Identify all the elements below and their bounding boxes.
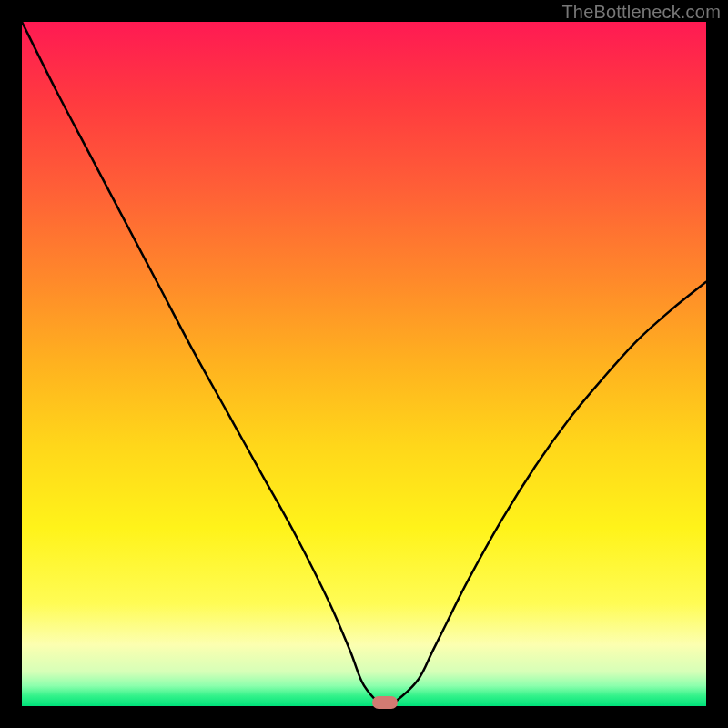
chart-frame: TheBottleneck.com [0,0,728,728]
curve-path [22,22,706,706]
watermark: TheBottleneck.com [561,2,721,23]
plot-area [22,22,706,706]
optimal-marker [372,696,398,709]
bottleneck-curve [22,22,706,706]
